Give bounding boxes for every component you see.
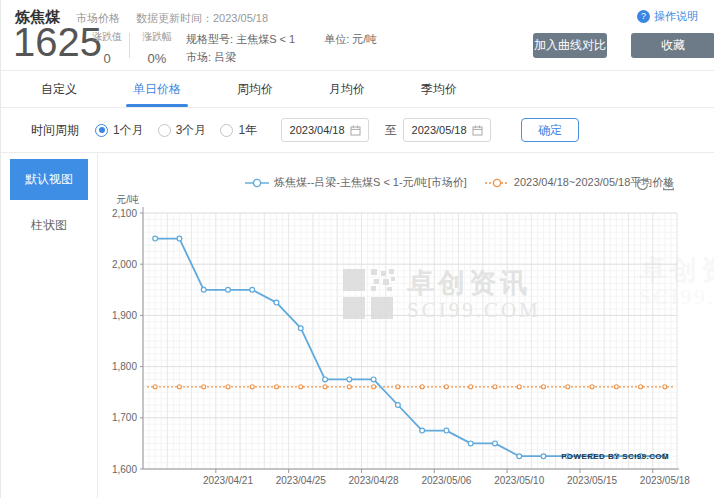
price-type-tabs: 自定义单日价格周均价月均价季均价 <box>1 71 714 108</box>
price-marker <box>444 428 449 433</box>
period-radio-3[interactable]: 1年 <box>220 122 257 139</box>
average-marker <box>250 385 254 389</box>
price-marker <box>541 454 546 459</box>
view-sidebar: 默认视图柱状图 <box>1 153 98 498</box>
x-tick-label: 2023/04/25 <box>276 475 326 486</box>
x-tick-label: 2023/05/06 <box>421 475 471 486</box>
unit-label: 单位: <box>324 33 349 45</box>
price-marker <box>420 428 425 433</box>
time-period-filter: 时间周期 1个月3个月1年 2023/04/18 至 2023/05/18 确定 <box>31 117 579 143</box>
price-marker <box>323 377 328 382</box>
tab-3[interactable]: 周均价 <box>237 71 273 107</box>
x-tick-label: 2023/04/21 <box>203 475 253 486</box>
update-time: 数据更新时间：2023/05/18 <box>136 11 268 26</box>
average-marker <box>202 385 206 389</box>
price-marker <box>298 326 303 331</box>
unit-value: 元/吨 <box>352 33 377 45</box>
time-period-label: 时间周期 <box>31 122 79 139</box>
x-tick-label: 2023/05/18 <box>640 475 690 486</box>
confirm-button[interactable]: 确定 <box>521 118 579 142</box>
start-date-input[interactable]: 2023/04/18 <box>281 118 369 142</box>
legend-item-1[interactable]: 炼焦煤--吕梁-主焦煤S < 1-元/吨[市场价] <box>245 175 467 190</box>
change-pct-label: 涨跌幅 <box>135 30 179 44</box>
y-tick-label: 1,700 <box>112 412 137 423</box>
date-range-separator: 至 <box>385 122 397 139</box>
divider <box>129 33 130 58</box>
x-tick-label: 2023/04/28 <box>349 475 399 486</box>
average-marker <box>372 385 376 389</box>
add-curve-compare-button[interactable]: 加入曲线对比 <box>533 33 607 58</box>
average-marker <box>663 385 667 389</box>
sidebar-item-2[interactable]: 柱状图 <box>10 217 88 234</box>
chart-legend: 炼焦煤--吕梁-主焦煤S < 1-元/吨[市场价]2023/04/18~2023… <box>245 175 674 190</box>
change-pct-value: 0% <box>135 51 179 66</box>
tab-2[interactable]: 单日价格 <box>133 71 181 107</box>
average-marker <box>420 385 424 389</box>
radio-icon <box>95 124 108 137</box>
help-link[interactable]: ? 操作说明 <box>637 9 698 24</box>
favorite-button[interactable]: 收藏 <box>631 33 714 58</box>
price-marker <box>250 287 255 292</box>
legend-marker-icon <box>245 178 269 188</box>
change-value-label: 涨跌值 <box>85 30 129 44</box>
calendar-icon <box>350 125 361 136</box>
price-marker <box>517 454 522 459</box>
price-line-chart[interactable]: 2,1002,0001,9001,8001,7001,600元/吨2023/04… <box>99 193 714 493</box>
average-marker <box>226 385 230 389</box>
average-marker <box>517 385 521 389</box>
average-marker <box>614 385 618 389</box>
spec-line: 规格型号: 主焦煤S < 1 单位: 元/吨 <box>186 30 377 48</box>
average-marker <box>542 385 546 389</box>
price-marker <box>153 236 158 241</box>
price-marker <box>347 377 352 382</box>
radio-icon <box>158 124 171 137</box>
change-value-block: 涨跌值 0 <box>85 30 129 66</box>
y-axis-unit: 元/吨 <box>116 194 139 205</box>
average-marker <box>444 385 448 389</box>
period-radio-1[interactable]: 1个月 <box>95 122 144 139</box>
refresh-icon[interactable] <box>635 177 650 192</box>
chart-tools <box>635 177 676 192</box>
download-icon[interactable] <box>661 177 676 192</box>
average-marker <box>177 385 181 389</box>
change-value: 0 <box>85 51 129 66</box>
price-marker <box>226 287 231 292</box>
period-label: 1年 <box>238 122 257 139</box>
price-marker <box>201 287 206 292</box>
legend-marker-icon <box>485 178 509 188</box>
period-label: 1个月 <box>113 122 144 139</box>
market-label: 市场: <box>186 51 211 63</box>
y-tick-label: 2,000 <box>112 259 137 270</box>
sidebar-item-1[interactable]: 默认视图 <box>10 159 88 200</box>
spec-block: 规格型号: 主焦煤S < 1 单位: 元/吨 市场: 吕梁 <box>186 30 377 66</box>
period-radio-group: 1个月3个月1年 <box>95 122 271 139</box>
price-marker <box>468 441 473 446</box>
tab-5[interactable]: 季均价 <box>421 71 457 107</box>
market-value: 吕梁 <box>214 51 236 63</box>
period-radio-2[interactable]: 3个月 <box>158 122 207 139</box>
tab-4[interactable]: 月均价 <box>329 71 365 107</box>
legend-label: 炼焦煤--吕梁-主焦煤S < 1-元/吨[市场价] <box>274 175 467 190</box>
average-marker <box>469 385 473 389</box>
average-marker <box>590 385 594 389</box>
average-marker <box>347 385 351 389</box>
tab-1[interactable]: 自定义 <box>41 71 77 107</box>
price-marker <box>177 236 182 241</box>
y-tick-label: 1,800 <box>112 361 137 372</box>
chart-panel: 炼焦煤--吕梁-主焦煤S < 1-元/吨[市场价]2023/04/18~2023… <box>99 153 714 498</box>
change-pct-block: 涨跌幅 0% <box>135 30 179 66</box>
average-marker <box>493 385 497 389</box>
average-marker <box>396 385 400 389</box>
x-tick-label: 2023/05/15 <box>567 475 617 486</box>
average-marker <box>566 385 570 389</box>
average-marker <box>323 385 327 389</box>
commodity-price-page: 炼焦煤 市场价格 数据更新时间：2023/05/18 ? 操作说明 1625 涨… <box>0 0 714 498</box>
price-marker <box>274 300 279 305</box>
spec-label: 规格型号: <box>186 33 233 45</box>
powered-by-text: POWERED BY SCI99.COM <box>561 452 669 461</box>
y-tick-label: 2,100 <box>112 208 137 219</box>
price-marker <box>493 441 498 446</box>
average-marker <box>639 385 643 389</box>
price-marker <box>371 377 376 382</box>
end-date-input[interactable]: 2023/05/18 <box>403 118 491 142</box>
